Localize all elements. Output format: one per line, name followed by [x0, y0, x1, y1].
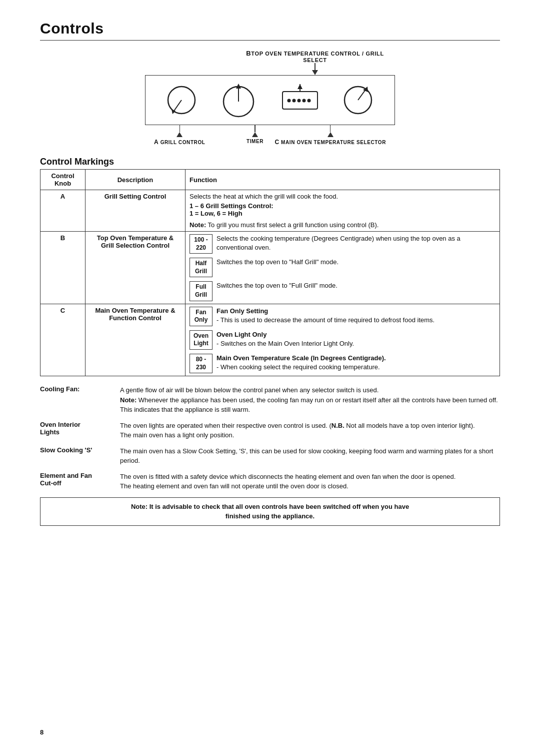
knob-cell-b: B — [40, 232, 86, 304]
timer-label-text: TIMER — [246, 139, 264, 144]
func-c-text2: Oven Light Only- Switches on the Main Ov… — [216, 330, 354, 348]
func-b-sub3: FullGrill Switches the top oven to "Full… — [190, 281, 496, 301]
th-desc: Description — [86, 170, 186, 190]
func-c-sub3: 80 -230 Main Oven Temperature Scale (In … — [190, 354, 496, 373]
func-a-bold1: 1 – 6 Grill Settings Control: — [190, 202, 496, 210]
c-label-text: C MAIN OVEN TEMPERATURE SELECTOR — [274, 139, 386, 146]
timer-display — [280, 84, 320, 117]
func-c-box2: OvenLight — [190, 330, 212, 350]
knob-cell-c: C — [40, 304, 86, 376]
svg-point-7 — [287, 99, 290, 102]
section-heading: Control Markings — [40, 157, 500, 167]
b-arrow: BTOP OVEN TEMPERATURE CONTROL / GRILL SE… — [235, 50, 395, 75]
note-box-text: Note: It is advisable to check that all … — [131, 503, 409, 520]
table-row-b: B Top Oven Temperature & Grill Selection… — [40, 232, 500, 304]
diagram-section: BTOP OVEN TEMPERATURE CONTROL / GRILL SE… — [40, 50, 500, 146]
knob-a-icon — [166, 84, 198, 117]
label-timer: TIMER — [246, 125, 264, 146]
svg-line-1 — [174, 100, 182, 112]
knob-b — [220, 82, 258, 119]
func-b-text3: Switches the top oven to "Full Grill" mo… — [216, 281, 338, 290]
table-header-row: Control Knob Description Function — [40, 170, 500, 190]
top-label-row: BTOP OVEN TEMPERATURE CONTROL / GRILL SE… — [145, 50, 395, 75]
func-c-sub2: OvenLight Oven Light Only- Switches on t… — [190, 330, 496, 350]
desc-cell-b: Top Oven Temperature & Grill Selection C… — [86, 232, 186, 304]
table-row-a: A Grill Setting Control Selects the heat… — [40, 190, 500, 232]
info-row-lights: Oven InteriorLights The oven lights are … — [40, 421, 500, 440]
knob-c-icon — [342, 84, 374, 117]
func-cell-c: FanOnly Fan Only Setting- This is used t… — [186, 304, 500, 376]
info-label-lights: Oven InteriorLights — [40, 421, 120, 436]
page-title: Controls — [40, 20, 500, 37]
func-b-box1: 100 -220 — [190, 234, 212, 254]
info-section: Cooling Fan: A gentle flow of air will b… — [40, 385, 500, 491]
th-func: Function — [186, 170, 500, 190]
a-vert-line — [180, 125, 180, 132]
func-b-text1: Selects the cooking temperature (Degrees… — [216, 234, 496, 252]
svg-point-9 — [297, 99, 300, 102]
b-bold: B — [246, 50, 251, 57]
c-arrow-up — [328, 132, 334, 137]
func-cell-b: 100 -220 Selects the cooking temperature… — [186, 232, 500, 304]
timer-icon — [280, 84, 320, 117]
desc-cell-a: Grill Setting Control — [86, 190, 186, 232]
diagram-box — [145, 75, 395, 125]
func-c-text1: Fan Only Setting- This is used to decrea… — [216, 307, 434, 325]
desc-c-line2: Function Control — [90, 314, 181, 322]
c-label-rest: MAIN OVEN TEMPERATURE SELECTOR — [281, 140, 386, 145]
timer-arrow-up — [252, 132, 258, 137]
bottom-labels-row: A GRILL CONTROL TIMER C MAIN OVEN TEMPER… — [145, 125, 395, 146]
desc-b-line2: Grill Selection Control — [90, 242, 181, 249]
info-row-cooling: Cooling Fan: A gentle flow of air will b… — [40, 385, 500, 415]
control-table: Control Knob Description Function A Gril… — [40, 169, 500, 376]
func-a-bold2: 1 = Low, 6 = High — [190, 210, 496, 217]
func-c-box1: FanOnly — [190, 307, 212, 326]
svg-point-10 — [302, 99, 306, 102]
func-c-sub1: FanOnly Fan Only Setting- This is used t… — [190, 307, 496, 326]
info-content-cutoff: The oven is fitted with a safety device … — [120, 472, 500, 491]
top-label-rest: TOP OVEN TEMPERATURE CONTROL / GRILL SEL… — [251, 51, 384, 63]
func-b-text2: Switches the top oven to "Half Grill" mo… — [216, 258, 338, 267]
top-label-text: BTOP OVEN TEMPERATURE CONTROL / GRILL SE… — [235, 50, 395, 63]
page-number: 8 — [40, 728, 44, 736]
info-label-cutoff: Element and FanCut-off — [40, 472, 120, 487]
knob-cell-a: A — [40, 190, 86, 232]
note-box: Note: It is advisable to check that all … — [40, 497, 500, 526]
func-a-text: Selects the heat at which the grill will… — [190, 193, 496, 200]
c-bold: C — [274, 139, 279, 146]
info-content-lights: The oven lights are operated when their … — [120, 421, 500, 440]
desc-b-line1: Top Oven Temperature & — [90, 234, 181, 242]
info-row-cutoff: Element and FanCut-off The oven is fitte… — [40, 472, 500, 491]
b-arrow-down — [312, 70, 318, 75]
title-divider — [40, 40, 500, 41]
func-c-box3: 80 -230 — [190, 354, 212, 373]
svg-point-8 — [292, 99, 296, 102]
a-label-rest: GRILL CONTROL — [160, 140, 206, 145]
a-bold: A — [154, 139, 158, 146]
svg-marker-13 — [298, 84, 302, 89]
table-row-c: C Main Oven Temperature & Function Contr… — [40, 304, 500, 376]
knob-b-icon — [220, 82, 258, 119]
th-knob: Control Knob — [40, 170, 86, 190]
label-a: A GRILL CONTROL — [154, 125, 206, 146]
knob-a — [166, 84, 198, 117]
info-label-slow: Slow Cooking 'S' — [40, 446, 120, 454]
info-row-slow: Slow Cooking 'S' The main oven has a Slo… — [40, 446, 500, 466]
label-c: C MAIN OVEN TEMPERATURE SELECTOR — [274, 125, 386, 146]
func-b-box2: HalfGrill — [190, 258, 212, 277]
func-cell-a: Selects the heat at which the grill will… — [186, 190, 500, 232]
c-vert-line — [330, 125, 331, 132]
func-b-sub1: 100 -220 Selects the cooking temperature… — [190, 234, 496, 254]
info-content-slow: The main oven has a Slow Cook Setting, '… — [120, 446, 500, 466]
func-b-box3: FullGrill — [190, 281, 212, 301]
b-vert-line — [314, 63, 316, 70]
func-c-text3: Main Oven Temperature Scale (In Degrees … — [216, 354, 386, 372]
desc-c-line1: Main Oven Temperature & — [90, 307, 181, 314]
svg-point-11 — [307, 99, 310, 102]
timer-vert-line — [254, 125, 256, 132]
info-label-cooling: Cooling Fan: — [40, 385, 120, 393]
desc-cell-c: Main Oven Temperature & Function Control — [86, 304, 186, 376]
info-content-cooling: A gentle flow of air will be blown below… — [120, 385, 500, 415]
func-a-note: Note: To grill you must first select a g… — [190, 221, 496, 229]
knob-c — [342, 84, 374, 117]
